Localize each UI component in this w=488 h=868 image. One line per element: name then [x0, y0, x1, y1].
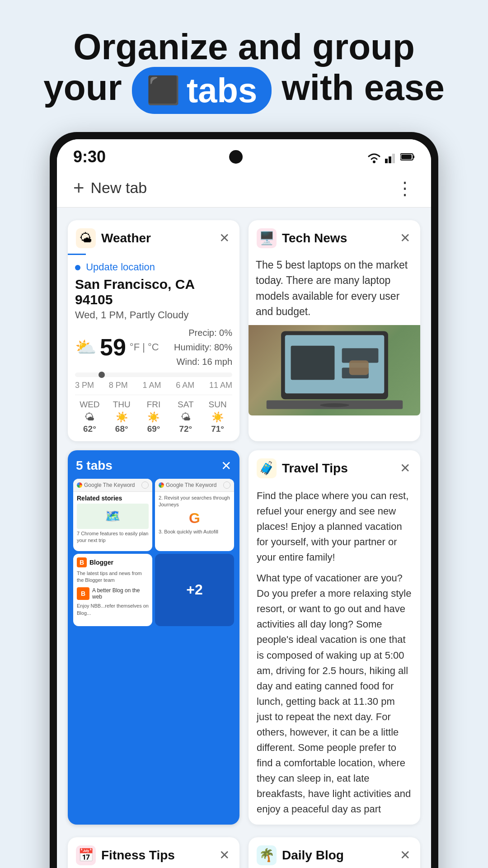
mini-tab-2-url: Google The Keyword	[166, 482, 217, 488]
tech-card-title: Tech News	[282, 231, 393, 245]
status-icons	[366, 150, 415, 164]
phone-mockup: 9:30	[50, 132, 438, 868]
blogger-text: The latest tips and news from the Blogge…	[77, 570, 149, 584]
more-menu-button[interactable]: ⋮	[396, 178, 415, 198]
tech-close-button[interactable]: ✕	[398, 229, 412, 247]
temp-unit: °F | °C	[130, 341, 159, 353]
weather-card-title: Weather	[101, 231, 212, 245]
forecast-wed: WED 🌤 62°	[75, 400, 104, 434]
fitness-close-button[interactable]: ✕	[217, 846, 231, 864]
svg-point-13	[320, 403, 349, 407]
weather-emoji: ⛅	[75, 337, 96, 357]
mini-search-1	[141, 481, 149, 489]
blogger-post: B A better Blog on the web	[77, 587, 149, 600]
weather-card-header: 🌤 Weather ✕	[68, 220, 239, 254]
weather-forecast: WED 🌤 62° THU ☀️ 68° FRI ☀️	[75, 395, 232, 434]
mini-tab-1-content: Related stories 🗺️ 7 Chrome features to …	[73, 492, 152, 547]
weather-temperature: 59	[100, 334, 126, 361]
mini-tab-blogger[interactable]: B Blogger The latest tips and news from …	[73, 554, 152, 626]
svg-rect-3	[392, 154, 395, 163]
forecast-fri: FRI ☀️ 69°	[139, 400, 169, 434]
tech-article-text: The 5 best laptops on the market today. …	[256, 257, 413, 320]
travel-card-title: Travel Tips	[282, 461, 393, 476]
fitness-card-header: 📅 Fitness Tips ✕	[68, 837, 239, 868]
fitness-tips-card[interactable]: 📅 Fitness Tips ✕ Never too late to start…	[68, 837, 239, 868]
phone-wrapper: 9:30	[0, 132, 488, 868]
mini-plus2[interactable]: +2	[155, 554, 234, 626]
weather-location: San Francisco, CA 94105	[75, 277, 232, 307]
bottom-cards: 📅 Fitness Tips ✕ Never too late to start…	[57, 837, 431, 868]
blogger-icon: B	[77, 557, 87, 567]
google-favicon-1	[77, 482, 82, 488]
weather-details: Precip: 0% Humidity: 80% Wind: 16 mph	[174, 326, 232, 369]
weather-temp-row: ⛅ 59 °F | °C Precip: 0% Humidity: 80% Wi…	[75, 326, 232, 369]
svg-rect-1	[385, 159, 388, 163]
timeline-labels: 3 PM 8 PM 1 AM 6 AM 11 AM	[75, 381, 232, 390]
google-g-logo: G	[159, 510, 230, 527]
wifi-icon	[366, 150, 382, 164]
tab-grid: 🌤 Weather ✕ Update location San Francisc…	[57, 208, 431, 837]
weather-conditions: Wed, 1 PM, Partly Cloudy	[75, 309, 232, 321]
blogger-header: B Blogger	[77, 557, 149, 567]
laptop-svg	[262, 325, 408, 415]
tabs-group-close-button[interactable]: ✕	[221, 458, 231, 473]
weather-temp-left: ⛅ 59 °F | °C	[75, 334, 159, 361]
weather-timeline	[75, 373, 232, 377]
tech-content: The 5 best laptops on the market today. …	[249, 254, 420, 320]
tabs-group-header: 5 tabs ✕	[68, 450, 239, 479]
tabs-mini-grid: Google The Keyword Related stories 🗺️ 7 …	[68, 479, 239, 632]
phone-screen: 9:30	[57, 139, 431, 868]
blog-card-title: Daily Blog	[282, 848, 393, 863]
tech-card-header: 🖥️ Tech News ✕	[249, 220, 420, 254]
mini-tab-1[interactable]: Google The Keyword Related stories 🗺️ 7 …	[73, 479, 152, 551]
svg-rect-5	[413, 156, 414, 158]
weather-content: Update location San Francisco, CA 94105 …	[68, 258, 239, 441]
weather-underline	[68, 254, 86, 255]
svg-rect-2	[389, 156, 391, 163]
fitness-card-title: Fitness Tips	[101, 848, 212, 863]
mini-tab-1-url: Google The Keyword	[84, 482, 135, 488]
nav-bar: + New tab ⋮	[57, 171, 431, 208]
tabs-count-label: 5 tabs	[76, 458, 216, 473]
travel-text: Find the place where you can rest, refue…	[257, 488, 412, 817]
daily-blog-icon: 🌴	[257, 845, 277, 865]
tech-news-icon: 🖥️	[257, 228, 277, 248]
forecast-sat: SAT 🌤 72°	[171, 400, 200, 434]
blogger-title: Blogger	[89, 559, 113, 566]
blog-card-header: 🌴 Daily Blog ✕	[249, 837, 420, 868]
weather-update-location[interactable]: Update location	[75, 261, 232, 273]
fitness-icon: 📅	[76, 845, 96, 865]
travel-close-button[interactable]: ✕	[398, 459, 412, 477]
mini-tab-2-content: 2. Revisit your searches through Journey…	[155, 492, 234, 538]
status-time: 9:30	[73, 147, 106, 166]
mini-tab-2-header: Google The Keyword	[155, 479, 234, 492]
svg-rect-9	[291, 346, 334, 380]
svg-point-0	[373, 160, 375, 163]
travel-content: Find the place where you can rest, refue…	[249, 484, 420, 825]
weather-icon: 🌤	[76, 228, 96, 248]
mini-tab-1-header: Google The Keyword	[73, 479, 152, 492]
blog-close-button[interactable]: ✕	[398, 846, 412, 864]
travel-tips-tab-card[interactable]: 🧳 Travel Tips ✕ Find the place where you…	[249, 450, 420, 825]
mini-tab-2[interactable]: Google The Keyword 2. Revisit your searc…	[155, 479, 234, 551]
svg-rect-14	[349, 360, 368, 375]
weather-close-button[interactable]: ✕	[217, 229, 231, 247]
new-tab-button[interactable]: + New tab	[73, 177, 147, 199]
tabs-badge: ⬛ tabs	[132, 67, 272, 114]
mini-search-2	[223, 481, 230, 489]
tab-badge-icon: ⬛	[146, 75, 180, 105]
plus-icon: +	[73, 177, 84, 199]
daily-blog-card[interactable]: 🌴 Daily Blog ✕ Cherries contain many imp…	[249, 837, 420, 868]
tabs-group-card[interactable]: 5 tabs ✕ Google The Keyword R	[68, 450, 239, 825]
status-bar: 9:30	[57, 139, 431, 171]
weather-tab-card[interactable]: 🌤 Weather ✕ Update location San Francisc…	[68, 220, 239, 441]
hero-section: Organize and group your ⬛ tabs with ease	[0, 0, 488, 132]
svg-rect-6	[401, 155, 412, 159]
update-dot	[75, 265, 80, 270]
google-favicon-2	[159, 482, 164, 488]
travel-icon: 🧳	[257, 458, 277, 478]
tech-news-tab-card[interactable]: 🖥️ Tech News ✕ The 5 best laptops on the…	[249, 220, 420, 441]
forecast-sun: SUN ☀️ 71°	[203, 400, 232, 434]
blogger-post-text: A better Blog on the web	[92, 587, 149, 600]
camera-dot	[229, 150, 243, 164]
